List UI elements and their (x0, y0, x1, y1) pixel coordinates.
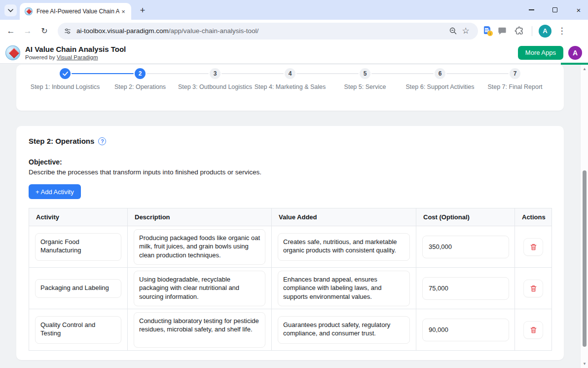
scroll-up-icon[interactable]: ▲ (581, 65, 588, 72)
column-header-activity: Activity (29, 208, 128, 226)
stepper-step-4[interactable]: 4 Step 4: Marketing & Sales (251, 68, 329, 91)
description-input[interactable]: Using biodegradable, recyclable packagin… (134, 271, 265, 306)
column-header-value-added: Value Added (272, 208, 416, 226)
stepper-step-3[interactable]: 3 Step 3: Outbound Logistics (176, 68, 254, 91)
step-label: Step 1: Inbound Logistics (31, 83, 100, 91)
page-scrollbar[interactable]: ▲ ▼ (580, 64, 588, 368)
scrollbar-thumb[interactable] (583, 170, 587, 347)
powered-by-text: Powered by (25, 54, 57, 60)
url-path: /app/value-chain-analysis-tool/ (169, 27, 258, 35)
user-avatar[interactable]: A (568, 46, 582, 60)
browser-toolbar: ← → ↻ ai-toolbox.visual-paradigm.com/app… (0, 20, 588, 42)
activity-input[interactable]: Quality Control and Testing (35, 316, 121, 344)
tab-search-button[interactable] (4, 4, 17, 16)
step-number: 6 (435, 68, 445, 79)
value-added-input[interactable]: Creates safe, nutritious, and marketable… (278, 233, 410, 261)
stepper-step-2[interactable]: 2 Step 2: Operations (101, 68, 179, 91)
step-number: 2 (135, 68, 146, 79)
extensions-area: ↓ A ⋮ (484, 25, 568, 38)
step-number: 7 (510, 68, 520, 79)
delete-row-button[interactable] (523, 280, 543, 297)
table-row: Quality Control and Testing Conducting l… (29, 309, 552, 351)
docs-offline-extension-icon[interactable]: ↓ (484, 26, 492, 36)
more-apps-button[interactable]: More Apps (518, 46, 563, 60)
value-added-input[interactable]: Enhances brand appeal, ensures complianc… (278, 271, 410, 306)
browser-tab[interactable]: Free AI-Powered Value Chain An × (20, 3, 131, 20)
step-number: 3 (210, 68, 220, 79)
stepper-step-1[interactable]: Step 1: Inbound Logistics (26, 68, 104, 91)
step-label: Step 7: Final Report (487, 83, 542, 91)
header-accent-strip (561, 63, 588, 65)
url-domain: ai-toolbox.visual-paradigm.com (76, 27, 169, 35)
tab-close-icon[interactable]: × (119, 7, 127, 15)
maximize-icon (552, 7, 557, 12)
column-header-actions: Actions (515, 208, 552, 226)
url-text[interactable]: ai-toolbox.visual-paradigm.com/app/value… (76, 27, 446, 35)
trash-icon (530, 243, 537, 251)
back-icon[interactable]: ← (4, 24, 18, 38)
app-logo-icon (5, 45, 20, 60)
tab-title: Free AI-Powered Value Chain An (37, 8, 119, 15)
table-row: Packaging and Labeling Using biodegradab… (29, 268, 552, 309)
activities-table: Activity Description Value Added Cost (O… (29, 208, 552, 351)
objective-label: Objective: (29, 158, 551, 166)
add-activity-button[interactable]: + Add Activity (29, 184, 81, 199)
maximize-button[interactable] (551, 5, 559, 14)
help-icon[interactable]: ? (98, 137, 106, 145)
site-favicon-icon (25, 7, 33, 15)
stepper-step-5[interactable]: 5 Step 5: Service (326, 68, 404, 91)
step-label: Step 6: Support Activities (406, 83, 475, 91)
step-label: Step 3: Outbound Logistics (178, 83, 252, 91)
comment-bubble-icon[interactable] (496, 25, 508, 37)
step-label: Step 4: Marketing & Sales (255, 83, 326, 91)
column-header-cost: Cost (Optional) (416, 208, 515, 226)
cost-input[interactable] (422, 277, 509, 300)
minimize-icon (529, 9, 534, 10)
cost-input[interactable] (422, 319, 509, 341)
browser-menu-icon[interactable]: ⋮ (556, 25, 568, 37)
step-label: Step 2: Operations (114, 83, 166, 91)
reload-icon[interactable]: ↻ (37, 24, 51, 38)
download-badge-icon: ↓ (487, 31, 493, 36)
cost-input[interactable] (422, 236, 509, 258)
step-label: Step 5: Service (344, 83, 386, 91)
address-bar[interactable]: ai-toolbox.visual-paradigm.com/app/value… (58, 23, 478, 40)
step-number: 5 (360, 68, 370, 79)
table-row: Organic Food Manufacturing Producing pac… (29, 226, 552, 268)
bookmark-star-icon[interactable]: ☆ (459, 25, 472, 38)
extensions-puzzle-icon[interactable] (513, 25, 525, 38)
app-header: AI Value Chain Analysis Tool Powered by … (0, 42, 588, 64)
trash-icon (530, 326, 537, 334)
browser-profile-avatar[interactable]: A (539, 25, 551, 38)
chevron-down-icon (8, 9, 13, 12)
delete-row-button[interactable] (523, 321, 543, 339)
objective-text: Describe the processes that transform in… (29, 168, 551, 176)
description-input[interactable]: Conducting laboratory testing for pestic… (134, 312, 265, 348)
toolbar-divider (532, 26, 532, 36)
app-title: AI Value Chain Analysis Tool (25, 45, 126, 54)
forward-icon[interactable]: → (21, 24, 35, 38)
table-header-row: Activity Description Value Added Cost (O… (29, 208, 552, 226)
activity-input[interactable]: Organic Food Manufacturing (35, 233, 121, 261)
stepper-step-7[interactable]: 7 Step 7: Final Report (476, 68, 554, 91)
activity-input[interactable]: Packaging and Labeling (35, 279, 121, 298)
description-input[interactable]: Producing packaged foods like organic oa… (134, 229, 265, 265)
step2-operations-card: Step 2: Operations ? Objective: Describe… (16, 126, 564, 360)
section-title: Step 2: Operations (29, 137, 94, 145)
scroll-down-icon[interactable]: ▼ (581, 360, 588, 367)
app-subtitle: Powered by Visual Paradigm (25, 54, 126, 61)
site-settings-icon[interactable] (64, 27, 72, 35)
stepper-step-6[interactable]: 6 Step 6: Support Activities (401, 68, 479, 91)
value-added-input[interactable]: Guarantees product safety, regulatory co… (278, 316, 410, 344)
minimize-button[interactable] (527, 5, 536, 14)
new-tab-button[interactable]: + (137, 5, 148, 16)
app-titles: AI Value Chain Analysis Tool Powered by … (25, 45, 126, 61)
trash-icon (530, 285, 537, 292)
close-window-button[interactable]: × (574, 5, 583, 14)
step-number: 4 (285, 68, 295, 79)
visual-paradigm-link[interactable]: Visual Paradigm (57, 54, 98, 60)
check-icon (60, 68, 71, 79)
stepper-card: Step 1: Inbound Logistics 2 Step 2: Oper… (16, 65, 564, 111)
zoom-out-icon[interactable] (446, 25, 459, 38)
delete-row-button[interactable] (523, 238, 543, 256)
